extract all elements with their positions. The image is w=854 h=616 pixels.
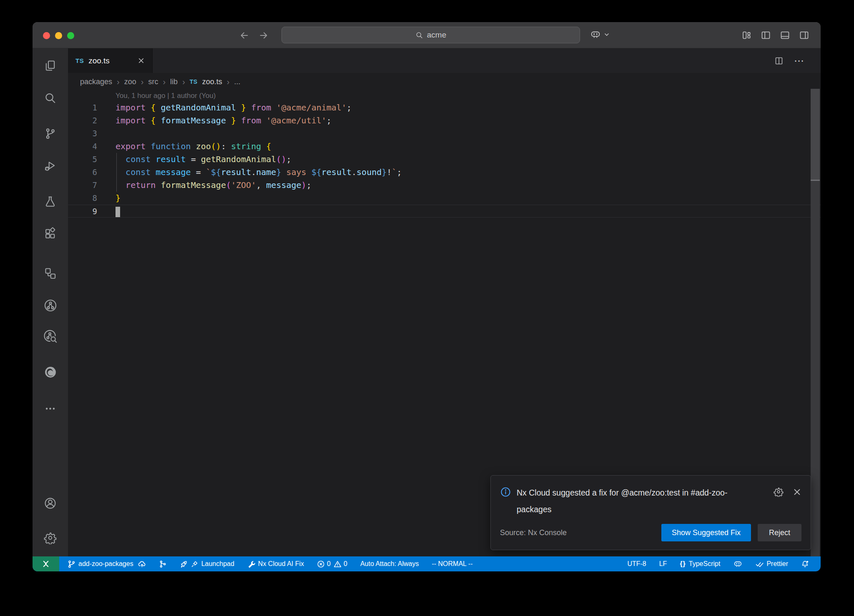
encoding-item[interactable]: UTF-8	[627, 560, 646, 568]
line-number: 4	[68, 140, 116, 153]
breadcrumb-item[interactable]: src	[148, 78, 158, 86]
code-line-text: export function zoo(): string {	[116, 140, 271, 153]
remote-indicator[interactable]	[33, 556, 59, 571]
nx-fix-label: Nx Cloud AI Fix	[258, 560, 304, 568]
notification-close-icon[interactable]	[793, 488, 801, 496]
vim-mode-label: -- NORMAL --	[432, 560, 472, 568]
breadcrumb: packages› zoo› src› lib› TS zoo.ts› ...	[68, 73, 821, 90]
gitlens-blame-annotation: You, 1 hour ago | 1 author (You)	[68, 90, 821, 101]
double-check-icon	[756, 560, 764, 568]
back-icon[interactable]	[239, 30, 249, 40]
notification-settings-gear-icon[interactable]	[774, 487, 784, 497]
auto-attach-item[interactable]: Auto Attach: Always	[360, 560, 419, 568]
code-line-text: return formatMessage('ZOO', message);	[116, 179, 311, 192]
tab-zoo-ts[interactable]: TS zoo.ts	[68, 48, 153, 73]
copilot-status-item[interactable]	[733, 559, 743, 569]
cloud-upload-icon	[138, 560, 146, 568]
chevron-down-icon	[603, 31, 610, 38]
toggle-secondary-sidebar-icon[interactable]	[799, 30, 810, 41]
minimize-window-button[interactable]	[55, 32, 62, 39]
launchpad-item[interactable]: Launchpad	[180, 560, 234, 568]
code-line-text	[116, 205, 120, 217]
errors-icon	[317, 560, 325, 568]
notifications-bell-item[interactable]	[801, 560, 809, 568]
toggle-panel-icon[interactable]	[779, 30, 791, 41]
additional-views-icon[interactable]	[43, 401, 58, 416]
line-number: 9	[68, 205, 116, 217]
git-branch-item[interactable]: add-zoo-packages	[68, 560, 146, 568]
vim-mode-item[interactable]: -- NORMAL --	[432, 560, 472, 568]
account-icon[interactable]	[43, 495, 58, 511]
customize-layout-icon[interactable]	[741, 30, 752, 41]
code-line-text: const message = `${result.name} says ${r…	[116, 166, 402, 179]
gitlens-inspect-icon[interactable]	[43, 328, 58, 344]
code-line[interactable]: 4export function zoo(): string {	[68, 140, 821, 153]
testing-icon[interactable]	[43, 193, 58, 209]
edge-tools-icon[interactable]	[43, 364, 58, 380]
breadcrumb-item[interactable]: packages	[80, 78, 112, 86]
search-view-icon[interactable]	[43, 90, 58, 106]
close-tab-icon[interactable]	[138, 57, 145, 64]
editor-cursor	[116, 207, 120, 217]
command-center-search[interactable]: acme	[281, 27, 580, 43]
code-line[interactable]: 6 const message = `${result.name} says $…	[68, 166, 821, 179]
titlebar: acme	[33, 22, 821, 48]
code-line-text: import { formatMessage } from '@acme/uti…	[116, 114, 332, 127]
run-and-debug-icon[interactable]	[43, 158, 58, 174]
eol-item[interactable]: LF	[659, 560, 667, 568]
nx-console-icon[interactable]	[43, 265, 58, 281]
code-line[interactable]: 5 const result = getRandomAnimal();	[68, 153, 821, 166]
line-number: 8	[68, 192, 116, 205]
zoom-window-button[interactable]	[67, 32, 74, 39]
editor-scrollbar[interactable]	[811, 89, 820, 556]
git-branch-icon	[68, 560, 75, 568]
scrollbar-decoration	[811, 180, 820, 181]
source-control-icon[interactable]	[43, 125, 58, 141]
split-editor-icon[interactable]	[774, 56, 784, 66]
code-line[interactable]: 2import { formatMessage } from '@acme/ut…	[68, 114, 821, 127]
indent-guide	[116, 153, 117, 192]
explorer-icon[interactable]	[43, 58, 58, 73]
copilot-menu[interactable]	[590, 29, 610, 40]
settings-gear-icon[interactable]	[43, 530, 58, 546]
wrench-icon	[247, 560, 255, 568]
language-mode-item[interactable]: {} TypeScript	[680, 560, 720, 568]
vscode-window: acme	[33, 22, 821, 571]
reject-button[interactable]: Reject	[758, 524, 801, 541]
toggle-primary-sidebar-icon[interactable]	[760, 30, 771, 41]
branch-name: add-zoo-packages	[78, 560, 133, 568]
code-lines: 1import { getRandomAnimal } from '@acme/…	[68, 101, 821, 218]
code-line[interactable]: 1import { getRandomAnimal } from '@acme/…	[68, 101, 821, 114]
warnings-count: 0	[344, 560, 347, 568]
breadcrumb-overflow[interactable]: ...	[234, 78, 240, 86]
code-line[interactable]: 3	[68, 127, 821, 140]
rocket-icon	[180, 560, 188, 568]
bell-dot-icon	[801, 560, 809, 568]
editor-more-actions-icon[interactable]: ⋯	[794, 59, 805, 63]
breadcrumb-item[interactable]: zoo	[124, 78, 136, 86]
breadcrumb-file[interactable]: zoo.ts	[202, 78, 222, 86]
code-line[interactable]: 8}	[68, 192, 821, 205]
scrollbar-slider[interactable]	[811, 89, 820, 180]
forward-icon[interactable]	[259, 30, 269, 40]
code-line-text: }	[116, 192, 121, 205]
show-suggested-fix-button[interactable]: Show Suggested Fix	[661, 524, 751, 541]
formatter-item[interactable]: Prettier	[756, 560, 788, 568]
gitlens-icon[interactable]	[43, 298, 58, 313]
remote-icon	[41, 559, 50, 568]
commit-graph-item[interactable]	[159, 560, 167, 568]
search-icon	[415, 31, 423, 39]
formatter-label: Prettier	[766, 560, 788, 568]
copilot-icon	[590, 29, 601, 40]
line-number: 5	[68, 153, 116, 166]
breadcrumb-item[interactable]: lib	[170, 78, 178, 86]
problems-item[interactable]: 0 0	[317, 560, 347, 568]
code-line[interactable]: 7 return formatMessage('ZOO', message);	[68, 179, 821, 192]
code-line-text: const result = getRandomAnimal();	[116, 153, 291, 166]
command-center-value: acme	[427, 30, 446, 40]
close-window-button[interactable]	[43, 32, 50, 39]
code-line[interactable]: 9	[68, 205, 821, 218]
extensions-icon[interactable]	[43, 225, 58, 241]
nx-cloud-fix-item[interactable]: Nx Cloud AI Fix	[247, 560, 304, 568]
activity-bar	[33, 48, 68, 556]
